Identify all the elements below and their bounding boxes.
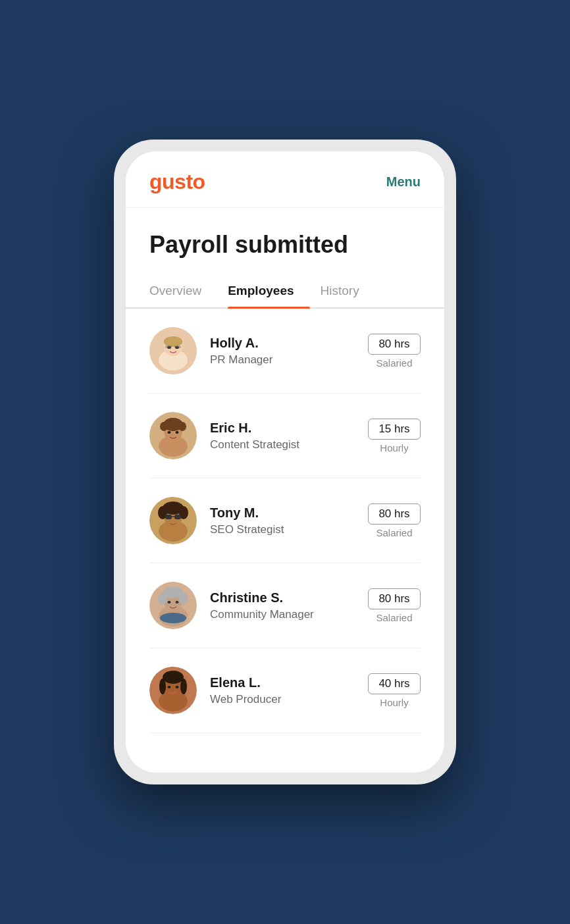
- svg-point-17: [165, 418, 181, 427]
- employee-role: PR Manager: [210, 353, 355, 367]
- hours-badge: 80 hrs: [368, 503, 421, 525]
- svg-point-32: [179, 593, 188, 605]
- svg-point-13: [168, 431, 171, 434]
- employee-info: Eric H. Content Strategist: [210, 421, 355, 451]
- employee-role: SEO Strategist: [210, 523, 355, 536]
- hours-type: Salaried: [376, 357, 412, 369]
- svg-point-40: [159, 679, 166, 694]
- employee-hours: 80 hrs Salaried: [368, 334, 421, 369]
- employee-name: Holly A.: [210, 336, 355, 351]
- hours-badge: 40 hrs: [368, 673, 421, 694]
- tab-overview[interactable]: Overview: [149, 276, 217, 307]
- employee-name: Elena L.: [210, 675, 355, 690]
- page-title-section: Payroll submitted: [126, 208, 444, 258]
- tab-history[interactable]: History: [321, 276, 375, 307]
- list-item[interactable]: Holly A. PR Manager 80 hrs Salaried: [149, 309, 421, 394]
- employee-name: Eric H.: [210, 421, 355, 436]
- svg-point-33: [168, 601, 171, 603]
- svg-rect-24: [165, 515, 172, 519]
- avatar: [149, 497, 197, 544]
- svg-point-14: [176, 431, 179, 434]
- svg-rect-7: [165, 346, 172, 348]
- employee-hours: 80 hrs Salaried: [368, 503, 421, 538]
- bottom-spacer: [126, 733, 444, 773]
- app-header: gusto Menu: [126, 151, 444, 208]
- svg-point-35: [160, 613, 186, 623]
- avatar: [149, 582, 197, 629]
- employee-role: Content Strategist: [210, 438, 355, 451]
- list-item[interactable]: Tony M. SEO Strategist 80 hrs Salaried: [149, 478, 421, 563]
- svg-rect-25: [174, 515, 181, 519]
- employee-info: Christine S. Community Manager: [210, 590, 355, 621]
- gusto-logo: gusto: [149, 170, 205, 194]
- svg-point-43: [176, 686, 179, 688]
- employee-hours: 40 hrs Hourly: [368, 673, 421, 708]
- employee-hours: 15 hrs Hourly: [368, 419, 421, 453]
- avatar: [149, 412, 197, 459]
- hours-badge: 15 hrs: [368, 419, 421, 440]
- employee-info: Elena L. Web Producer: [210, 675, 355, 706]
- hours-badge: 80 hrs: [368, 334, 421, 355]
- phone-frame: gusto Menu Payroll submitted Overview Em…: [114, 140, 456, 785]
- svg-point-34: [176, 601, 179, 603]
- page-title: Payroll submitted: [149, 232, 421, 258]
- employee-info: Holly A. PR Manager: [210, 336, 355, 367]
- hours-type: Salaried: [376, 612, 412, 623]
- hours-type: Salaried: [376, 527, 412, 538]
- employee-name: Christine S.: [210, 590, 355, 605]
- list-item[interactable]: Elena L. Web Producer 40 hrs Hourly: [149, 648, 421, 733]
- avatar: [149, 667, 197, 714]
- avatar: [149, 327, 197, 374]
- svg-point-42: [168, 686, 171, 688]
- hours-badge: 80 hrs: [368, 588, 421, 609]
- employee-role: Web Producer: [210, 693, 355, 706]
- svg-rect-8: [174, 346, 181, 348]
- tab-employees[interactable]: Employees: [228, 276, 309, 307]
- hours-type: Hourly: [380, 442, 408, 453]
- svg-point-39: [163, 671, 184, 684]
- tab-bar: Overview Employees History: [126, 276, 444, 309]
- list-item[interactable]: Christine S. Community Manager 80 hrs Sa…: [149, 563, 421, 648]
- hours-type: Hourly: [380, 697, 408, 708]
- svg-point-41: [180, 679, 187, 694]
- phone-screen: gusto Menu Payroll submitted Overview Em…: [126, 151, 444, 773]
- employee-role: Community Manager: [210, 608, 355, 621]
- svg-point-31: [158, 593, 167, 605]
- employee-name: Tony M.: [210, 505, 355, 521]
- list-item[interactable]: Eric H. Content Strategist 15 hrs Hourly: [149, 394, 421, 478]
- menu-button[interactable]: Menu: [386, 174, 421, 190]
- svg-rect-4: [164, 340, 182, 344]
- employee-list: Holly A. PR Manager 80 hrs Salaried: [126, 309, 444, 733]
- employee-info: Tony M. SEO Strategist: [210, 505, 355, 536]
- employee-hours: 80 hrs Salaried: [368, 588, 421, 623]
